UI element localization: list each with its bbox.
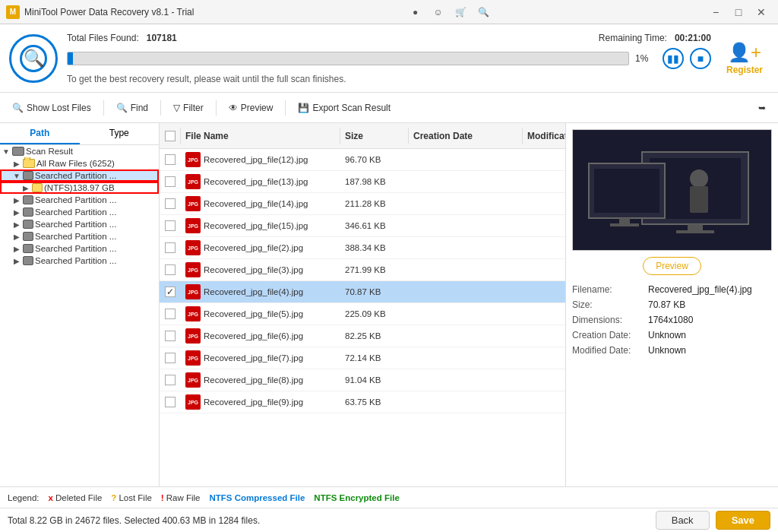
row-filename: JPG Recovered_jpg_file(2).jpg (181, 239, 340, 257)
jpg-icon: JPG (185, 218, 201, 233)
row-checkbox[interactable] (160, 263, 181, 277)
table-row[interactable]: JPG Recovered_jpg_file(8).jpg 91.04 KB (160, 369, 565, 391)
checkbox-icon[interactable] (165, 397, 176, 407)
col-header-check[interactable] (160, 128, 181, 144)
row-checkbox[interactable] (160, 197, 181, 211)
help-icon[interactable]: ● (406, 3, 425, 21)
tree-item-partition-2[interactable]: ▶ Searched Partition ... (0, 194, 159, 206)
table-row[interactable]: JPG Recovered_jpg_file(9).jpg 63.75 KB (160, 391, 565, 413)
table-row[interactable]: JPG Recovered_jpg_file(15).jpg 346.61 KB (160, 215, 565, 237)
tree-item-ntfs-drive[interactable]: ▶ (NTFS)138.97 GB (0, 182, 159, 194)
left-panel: Path Type ▼ Scan Result ▶ All Raw Files … (0, 123, 160, 486)
tab-type[interactable]: Type (80, 123, 160, 144)
back-button[interactable]: Back (656, 511, 710, 530)
tree-label-partition-3: Searched Partition ... (35, 207, 116, 217)
table-row[interactable]: JPG Recovered_jpg_file(3).jpg 271.99 KB (160, 259, 565, 281)
table-row[interactable]: JPG Recovered_jpg_file(14).jpg 211.28 KB (160, 193, 565, 215)
header-info: Total Files Found: 107181 Remaining Time… (67, 33, 711, 84)
file-list-panel: File Name Size Creation Date Modificatio… (160, 123, 565, 486)
table-row[interactable]: JPG Recovered_jpg_file(7).jpg 72.14 KB (160, 347, 565, 369)
row-checkbox[interactable] (160, 373, 181, 387)
row-size: 70.87 KB (340, 286, 409, 298)
expand-icon: ▶ (12, 159, 21, 168)
tree-item-partition-7[interactable]: ▶ Searched Partition ... (0, 255, 159, 267)
filter-button[interactable]: ▽ Filter (167, 100, 210, 116)
col-header-size[interactable]: Size (340, 128, 409, 144)
search-icon[interactable]: 🔍 (475, 3, 493, 21)
table-row[interactable]: ✓ JPG Recovered_jpg_file(4).jpg 70.87 KB (160, 281, 565, 303)
checkbox-icon[interactable] (165, 176, 176, 187)
legend-lost: ? Lost File (111, 493, 152, 502)
legend-title: Legend: (8, 493, 40, 502)
folder-icon (23, 159, 35, 168)
table-row[interactable]: JPG Recovered_jpg_file(6).jpg 82.25 KB (160, 325, 565, 347)
partition-icon (23, 256, 33, 265)
checkbox-icon[interactable] (165, 154, 176, 165)
row-checkbox[interactable] (160, 307, 181, 321)
row-checkbox[interactable] (160, 241, 181, 255)
checkbox-icon[interactable] (165, 331, 176, 341)
table-row[interactable]: JPG Recovered_jpg_file(12).jpg 96.70 KB (160, 149, 565, 171)
expand-icon: ▶ (21, 183, 30, 192)
show-lost-files-button[interactable]: 🔍 Show Lost Files (6, 100, 97, 116)
tree-item-scan-result[interactable]: ▼ Scan Result (0, 145, 159, 157)
tree-item-partition-4[interactable]: ▶ Searched Partition ... (0, 218, 159, 230)
expand-icon: ▶ (12, 244, 21, 253)
checkbox-icon[interactable] (165, 264, 176, 275)
checkbox-icon[interactable]: ✓ (165, 287, 176, 297)
col-header-modification[interactable]: Modification (523, 128, 565, 144)
export-scan-result-button[interactable]: 💾 Export Scan Result (292, 100, 397, 116)
expand-icon: ▶ (12, 232, 21, 241)
row-size: 346.61 KB (340, 220, 409, 232)
table-row[interactable]: JPG Recovered_jpg_file(2).jpg 388.34 KB (160, 237, 565, 259)
preview-svg (581, 137, 764, 243)
svg-point-2 (690, 169, 708, 188)
user-icon[interactable]: ☺ (429, 3, 448, 21)
checkbox-icon[interactable] (165, 198, 176, 209)
row-checkbox[interactable] (160, 153, 181, 166)
register-button[interactable]: 👤+ Register (720, 39, 769, 78)
detail-filename-label: Filename: (572, 284, 648, 295)
checkbox-icon[interactable] (165, 242, 176, 253)
tree-item-partition-1[interactable]: ▼ Searched Partition ... (0, 169, 159, 182)
table-row[interactable]: JPG Recovered_jpg_file(5).jpg 225.09 KB (160, 303, 565, 325)
col-header-creation[interactable]: Creation Date (409, 128, 523, 144)
row-checkbox[interactable] (160, 175, 181, 188)
tree-item-all-raw[interactable]: ▶ All Raw Files (6252) (0, 157, 159, 169)
tree-label-partition-6: Searched Partition ... (35, 244, 116, 253)
checkbox-icon[interactable] (165, 309, 176, 319)
select-all-checkbox[interactable] (165, 131, 176, 141)
row-checkbox[interactable] (160, 395, 181, 409)
find-button[interactable]: 🔍 Find (110, 100, 154, 116)
save-button[interactable]: Save (716, 511, 770, 530)
row-creation (409, 334, 523, 337)
tree-item-partition-6[interactable]: ▶ Searched Partition ... (0, 242, 159, 255)
tree-item-partition-3[interactable]: ▶ Searched Partition ... (0, 206, 159, 218)
row-checkbox[interactable] (160, 329, 181, 343)
progress-bar (68, 52, 73, 65)
checkbox-icon[interactable] (165, 375, 176, 385)
pause-button[interactable]: ▮▮ (663, 48, 684, 69)
share-button[interactable]: ➥ (752, 100, 772, 116)
minimize-button[interactable]: − (705, 3, 726, 21)
stop-button[interactable]: ■ (690, 48, 711, 69)
preview-action-button[interactable]: Preview (643, 257, 701, 275)
total-files-value: 107181 (147, 33, 177, 43)
tree-item-partition-5[interactable]: ▶ Searched Partition ... (0, 230, 159, 242)
table-row[interactable]: JPG Recovered_jpg_file(13).jpg 187.98 KB (160, 171, 565, 193)
show-lost-files-label: Show Lost Files (27, 103, 91, 113)
col-header-filename[interactable]: File Name (181, 128, 340, 144)
checkbox-icon[interactable] (165, 353, 176, 363)
row-checkbox[interactable]: ✓ (160, 285, 181, 299)
row-checkbox[interactable] (160, 219, 181, 233)
cart-icon[interactable]: 🛒 (452, 3, 470, 21)
row-checkbox[interactable] (160, 351, 181, 365)
expand-icon: ▼ (2, 147, 11, 156)
preview-button[interactable]: 👁 Preview (223, 100, 280, 116)
row-modification (523, 312, 565, 315)
close-button[interactable]: ✕ (751, 3, 772, 21)
maximize-button[interactable]: □ (728, 3, 749, 21)
svg-rect-9 (610, 223, 639, 226)
checkbox-icon[interactable] (165, 220, 176, 231)
tab-path[interactable]: Path (0, 123, 80, 144)
